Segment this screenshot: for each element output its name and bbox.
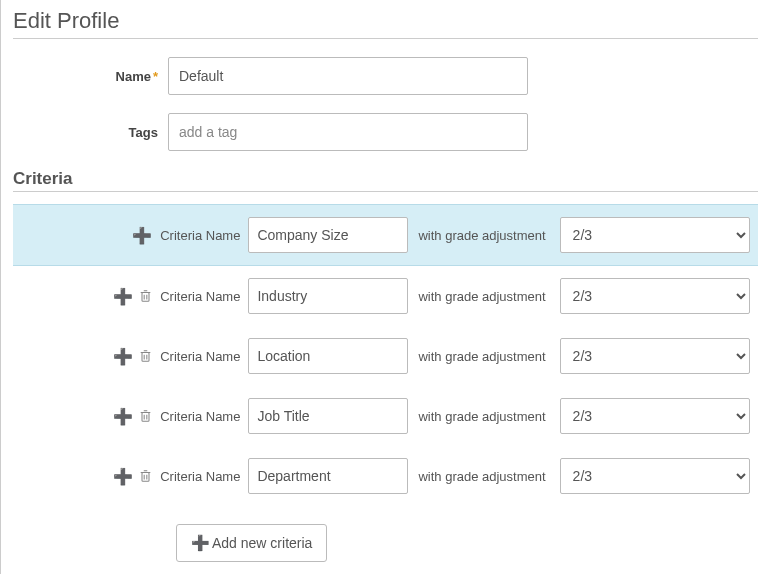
name-row: Name* [13,57,758,95]
criteria-list: ➕Criteria Namewith grade adjustment2/3➕C… [13,204,758,506]
tags-row: Tags [13,113,758,151]
plus-icon[interactable]: ➕ [113,407,133,426]
trash-icon[interactable] [139,469,152,483]
plus-icon[interactable]: ➕ [132,226,152,245]
criteria-name-label: Criteria Name [160,228,240,243]
criteria-name-label: Criteria Name [160,289,240,304]
criteria-row-actions: ➕ [13,347,160,366]
criteria-name-label: Criteria Name [160,469,240,484]
name-label-text: Name [116,69,151,84]
criteria-row: ➕Criteria Namewith grade adjustment2/3 [13,326,758,386]
plus-icon[interactable]: ➕ [113,467,133,486]
tags-label: Tags [13,125,168,140]
add-criteria-row: ➕ Add new criteria [176,524,758,562]
criteria-name-input[interactable] [248,217,408,253]
criteria-row: ➕Criteria Namewith grade adjustment2/3 [13,204,758,266]
svg-rect-0 [142,293,149,302]
grade-adjustment-label: with grade adjustment [418,349,545,364]
add-criteria-label: Add new criteria [212,535,312,551]
required-asterisk: * [153,69,158,84]
grade-adjustment-select[interactable]: 2/3 [560,458,750,494]
criteria-name-input[interactable] [248,398,408,434]
criteria-name-input[interactable] [248,278,408,314]
trash-icon[interactable] [139,409,152,423]
tags-input[interactable] [168,113,528,151]
criteria-name-label: Criteria Name [160,349,240,364]
plus-icon[interactable]: ➕ [113,347,133,366]
criteria-name-input[interactable] [248,338,408,374]
edit-profile-page: Edit Profile Name* Tags Criteria ➕Criter… [0,0,768,574]
grade-adjustment-label: with grade adjustment [418,409,545,424]
grade-adjustment-label: with grade adjustment [418,469,545,484]
criteria-row-actions: ➕ [13,226,160,245]
page-title: Edit Profile [13,8,758,34]
plus-icon: ➕ [191,534,210,552]
criteria-row-actions: ➕ [13,467,160,486]
divider [13,191,758,192]
criteria-row-actions: ➕ [13,287,160,306]
grade-adjustment-label: with grade adjustment [418,289,545,304]
criteria-row: ➕Criteria Namewith grade adjustment2/3 [13,266,758,326]
divider [13,38,758,39]
criteria-row: ➕Criteria Namewith grade adjustment2/3 [13,446,758,506]
trash-icon[interactable] [139,349,152,363]
criteria-name-input[interactable] [248,458,408,494]
grade-adjustment-select[interactable]: 2/3 [560,398,750,434]
trash-icon[interactable] [139,289,152,303]
criteria-row: ➕Criteria Namewith grade adjustment2/3 [13,386,758,446]
svg-rect-5 [142,353,149,362]
svg-rect-10 [142,413,149,422]
name-input[interactable] [168,57,528,95]
add-criteria-button[interactable]: ➕ Add new criteria [176,524,327,562]
grade-adjustment-select[interactable]: 2/3 [560,278,750,314]
criteria-name-label: Criteria Name [160,409,240,424]
criteria-row-actions: ➕ [13,407,160,426]
grade-adjustment-label: with grade adjustment [418,228,545,243]
grade-adjustment-select[interactable]: 2/3 [560,217,750,253]
criteria-section-title: Criteria [13,169,758,189]
name-label: Name* [13,69,168,84]
plus-icon[interactable]: ➕ [113,287,133,306]
svg-rect-15 [142,473,149,482]
grade-adjustment-select[interactable]: 2/3 [560,338,750,374]
